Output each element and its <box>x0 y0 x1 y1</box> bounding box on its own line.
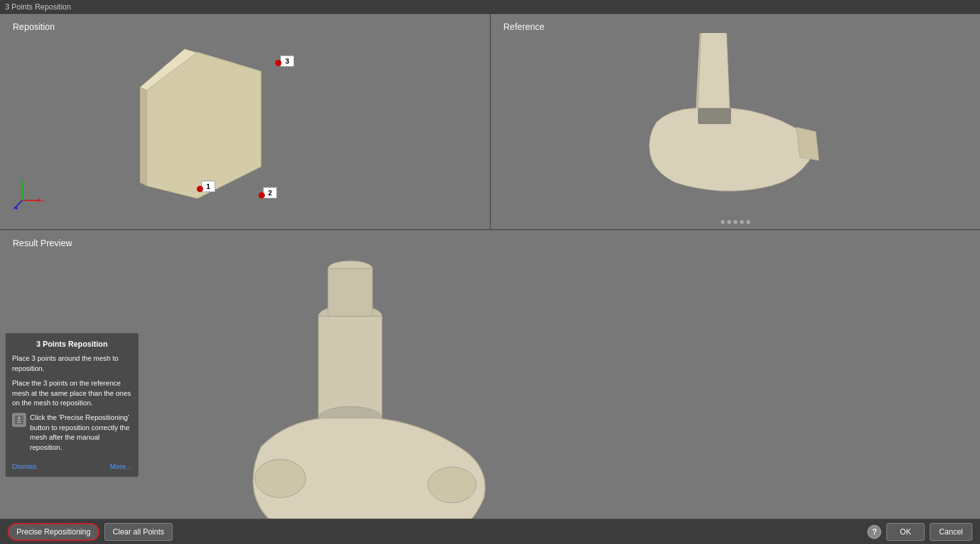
reposition-dot-3 <box>275 60 281 66</box>
reposition-point-3: 3 <box>280 55 294 67</box>
cancel-button[interactable]: Cancel <box>930 523 972 541</box>
main-container: Reposition 3 1 <box>0 14 980 544</box>
reference-label: Reference <box>504 22 545 32</box>
reposition-dot-2 <box>259 192 265 199</box>
svg-text:z: z <box>20 178 23 182</box>
svg-text:x: x <box>42 198 45 204</box>
viewport-reference[interactable]: Reference <box>491 14 981 229</box>
info-panel-title: 3 Points Reposition <box>12 340 132 349</box>
svg-marker-12 <box>701 33 727 34</box>
reposition-3d-mesh <box>96 39 287 205</box>
viewport-reposition[interactable]: Reposition 3 1 <box>0 14 491 229</box>
result-label: Result Preview <box>13 238 72 248</box>
svg-rect-25 <box>318 316 382 418</box>
separator-dots <box>721 220 750 224</box>
svg-point-32 <box>18 417 20 419</box>
bottom-toolbar: Precise Repositioning Clear all Points ?… <box>0 519 980 544</box>
svg-marker-11 <box>698 33 730 109</box>
precise-repositioning-button[interactable]: Precise Repositioning <box>8 523 99 541</box>
info-panel-line2: Place the 3 points on the reference mesh… <box>12 379 132 408</box>
svg-rect-34 <box>17 422 21 423</box>
info-panel-line1: Place 3 points around the mesh to reposi… <box>12 354 132 373</box>
svg-rect-33 <box>17 420 21 421</box>
reposition-axis: x z <box>13 178 45 210</box>
result-3d-mesh <box>223 249 541 519</box>
reposition-point-2: 2 <box>263 187 277 199</box>
reference-3d-mesh <box>618 33 841 211</box>
reposition-dot-1 <box>197 186 203 192</box>
svg-rect-28 <box>328 269 373 316</box>
title-bar-label: 3 Points Reposition <box>5 3 71 11</box>
top-split: Reposition 3 1 <box>0 14 980 230</box>
svg-point-29 <box>255 459 306 498</box>
ok-button[interactable]: OK <box>886 523 924 541</box>
svg-marker-4 <box>38 199 41 202</box>
info-panel: 3 Points Reposition Place 3 points aroun… <box>5 333 139 477</box>
svg-rect-15 <box>698 108 731 124</box>
more-link[interactable]: More... <box>110 463 132 470</box>
svg-point-30 <box>428 467 476 503</box>
dismiss-link[interactable]: Dismiss <box>12 463 37 470</box>
viewport-result[interactable]: Result Preview 3 Points Reposition <box>0 230 980 519</box>
title-bar: 3 Points Reposition <box>0 0 980 14</box>
info-panel-line3: Click the 'Precise Repositioning' button… <box>30 413 132 452</box>
reposition-label: Reposition <box>13 22 55 32</box>
info-panel-links: Dismiss More... <box>12 463 132 470</box>
svg-line-7 <box>14 200 22 209</box>
reposition-point-1: 1 <box>201 181 215 192</box>
info-panel-icon-row: Click the 'Precise Repositioning' button… <box>12 413 132 457</box>
clear-all-points-button[interactable]: Clear all Points <box>104 523 173 541</box>
svg-marker-14 <box>797 127 819 160</box>
help-button[interactable]: ? <box>867 525 881 539</box>
svg-marker-2 <box>140 87 146 186</box>
info-panel-icon <box>12 413 26 427</box>
